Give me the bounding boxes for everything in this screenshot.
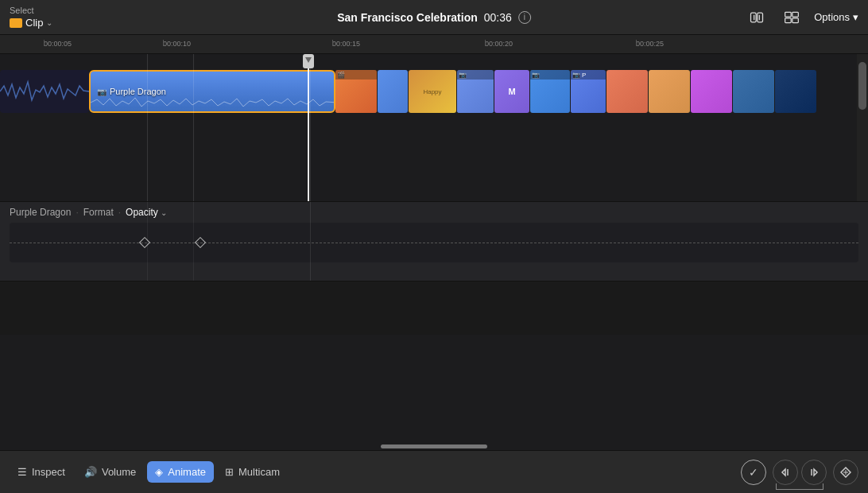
keyframe-diamond-1[interactable] xyxy=(139,237,150,248)
timecode-display: 00:36 xyxy=(484,11,512,24)
playhead[interactable] xyxy=(308,54,309,202)
next-keyframe-icon xyxy=(808,467,820,478)
inspect-label: Inspect xyxy=(32,466,65,478)
keyframe-track xyxy=(10,223,858,262)
ruler-mark-20s: 00:00:20 xyxy=(485,40,513,48)
view-toggle-button[interactable] xyxy=(779,6,804,29)
guide-line-kf-2 xyxy=(193,202,194,281)
next-keyframe-button[interactable] xyxy=(801,460,827,485)
clip-waveform xyxy=(91,97,335,108)
opacity-chevron-icon: ⌄ xyxy=(161,208,167,217)
keyframe-nav-group xyxy=(773,460,827,485)
bracket-right xyxy=(823,483,823,490)
multicam-icon: ⊞ xyxy=(225,466,234,478)
check-icon: ✓ xyxy=(749,466,758,479)
bottom-tab-buttons: ☰ Inspect 🔊 Volume ◈ Animate ⊞ Multicam xyxy=(10,461,288,483)
select-clip-area: Select Clip ⌄ xyxy=(10,6,52,29)
guide-line-1 xyxy=(147,54,148,202)
svg-rect-6 xyxy=(785,17,792,22)
clip-thumb-5[interactable]: M xyxy=(494,70,529,113)
keyframe-diamond-2[interactable] xyxy=(195,237,206,248)
bracket-left xyxy=(776,483,777,490)
animate-tab-button[interactable]: ◈ Animate xyxy=(147,461,214,483)
clip-thumb-12[interactable] xyxy=(775,70,816,113)
clip-thumb-10[interactable] xyxy=(691,70,732,113)
inspect-icon: ☰ xyxy=(17,466,27,478)
ruler-mark-15s: 00:00:15 xyxy=(332,40,360,48)
apply-button[interactable]: ✓ xyxy=(741,460,766,485)
prev-keyframe-icon xyxy=(780,467,791,478)
waveform-left xyxy=(0,70,89,113)
bottom-toolbar: ☰ Inspect 🔊 Volume ◈ Animate ⊞ Multicam … xyxy=(0,450,868,493)
keyframe-header: Purple Dragon · Format · Opacity ⌄ xyxy=(0,202,868,223)
guide-line-3 xyxy=(310,54,311,202)
scrollbar-thumb[interactable] xyxy=(858,62,866,110)
options-button[interactable]: Options ▾ xyxy=(814,11,858,23)
svg-marker-9 xyxy=(782,469,785,476)
clip-label: Clip xyxy=(25,17,43,29)
options-label: Options xyxy=(814,11,850,23)
keyframe-baseline xyxy=(10,243,858,243)
purple-dragon-clip[interactable]: 📷 Purple Dragon xyxy=(89,70,335,113)
inspect-tab-button[interactable]: ☰ Inspect xyxy=(10,461,73,483)
clip-thumb-2[interactable] xyxy=(378,70,408,113)
volume-icon: 🔊 xyxy=(84,466,97,478)
time-ruler: 00:00:05 00:00:10 00:00:15 00:00:20 00:0… xyxy=(0,35,868,54)
home-indicator xyxy=(381,444,487,448)
keyframe-panel: Purple Dragon · Format · Opacity ⌄ xyxy=(0,202,868,281)
add-keyframe-button[interactable] xyxy=(833,460,858,485)
ruler-mark-10s: 00:00:10 xyxy=(163,40,191,48)
view-toggle-icon xyxy=(784,10,800,25)
options-chevron-icon: ▾ xyxy=(853,11,858,23)
volume-tab-button[interactable]: 🔊 Volume xyxy=(76,461,144,483)
animate-icon: ◈ xyxy=(155,466,163,478)
ruler-marks: 00:00:05 00:00:10 00:00:15 00:00:20 00:0… xyxy=(0,35,868,53)
clip-thumb-4[interactable]: 📷 xyxy=(457,70,494,113)
left-audio-track xyxy=(0,70,89,113)
clips-row: 🎬 Happy 📷 xyxy=(335,70,816,113)
top-center: San Francisco Celebration 00:36 i xyxy=(337,11,531,24)
multicam-label: Multicam xyxy=(238,466,280,478)
project-title: San Francisco Celebration xyxy=(337,11,478,24)
svg-rect-7 xyxy=(792,17,799,22)
ruler-mark-25s: 00:00:25 xyxy=(636,40,664,48)
track-container: 📷 Purple Dragon 🎬 xyxy=(0,54,868,202)
guide-line-2 xyxy=(193,54,194,202)
bottom-right-buttons: ✓ xyxy=(741,460,858,485)
ruler-mark-5s: 00:00:05 xyxy=(44,40,72,48)
clip-thumb-6[interactable]: 📷 xyxy=(530,70,570,113)
prev-keyframe-button[interactable] xyxy=(773,460,798,485)
clip-appearance-button[interactable] xyxy=(744,6,769,29)
info-icon[interactable]: i xyxy=(518,11,531,24)
clip-thumb-7[interactable]: 📷P xyxy=(571,70,606,113)
svg-marker-8 xyxy=(305,57,312,63)
top-toolbar: Select Clip ⌄ San Francisco Celebration … xyxy=(0,0,868,35)
add-keyframe-icon xyxy=(840,467,851,478)
clip-chevron-icon: ⌄ xyxy=(46,18,52,27)
multicam-tab-button[interactable]: ⊞ Multicam xyxy=(217,461,288,483)
guide-line-kf-3 xyxy=(310,202,311,281)
clip-thumb-1[interactable]: 🎬 xyxy=(335,70,377,113)
playhead-icon xyxy=(304,56,312,66)
guide-line-kf-1 xyxy=(147,202,148,281)
clip-thumb-8[interactable] xyxy=(606,70,648,113)
clip-thumb-9[interactable] xyxy=(649,70,690,113)
svg-marker-11 xyxy=(814,469,817,476)
clip-thumb-3[interactable]: Happy xyxy=(409,70,456,113)
volume-label: Volume xyxy=(102,466,136,478)
svg-rect-0 xyxy=(751,13,757,22)
lower-area xyxy=(0,335,868,450)
timeline-area: 00:00:05 00:00:10 00:00:15 00:00:20 00:0… xyxy=(0,35,868,202)
playhead-head[interactable] xyxy=(303,54,314,68)
keyframe-format[interactable]: Format xyxy=(83,207,114,218)
keyframe-sep-2: · xyxy=(118,207,121,218)
clip-appearance-icon xyxy=(749,10,765,25)
timeline-scrollbar[interactable] xyxy=(857,54,868,202)
clip-thumb-11[interactable] xyxy=(733,70,774,113)
select-label: Select xyxy=(10,6,52,15)
keyframe-opacity-label: Opacity xyxy=(126,207,158,218)
clip-selector[interactable]: Clip ⌄ xyxy=(10,17,52,29)
clip-icon xyxy=(10,18,22,28)
keyframe-sep-1: · xyxy=(76,207,78,218)
keyframe-clip-name: Purple Dragon xyxy=(10,207,71,218)
